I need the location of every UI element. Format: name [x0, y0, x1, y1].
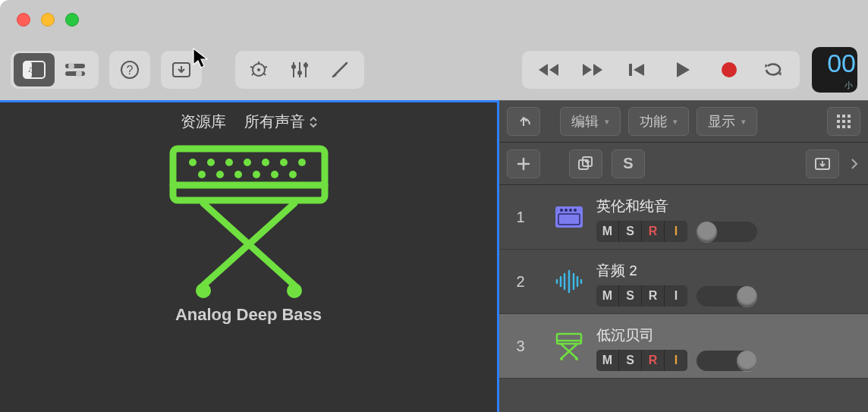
help-button[interactable]: ?	[109, 51, 150, 89]
window-close-button[interactable]	[17, 13, 30, 27]
input-monitor-button[interactable]: I	[665, 285, 687, 307]
svg-point-59	[565, 209, 568, 212]
display-menu-label: 显示	[708, 112, 735, 131]
add-track-button[interactable]	[507, 149, 540, 178]
svg-point-32	[280, 159, 288, 166]
mute-button[interactable]: M	[596, 221, 619, 242]
catch-playhead-button[interactable]	[806, 149, 839, 178]
editor-button[interactable]	[320, 53, 361, 86]
volume-slider[interactable]	[697, 351, 757, 371]
svg-rect-52	[848, 125, 851, 128]
track-number: 1	[499, 209, 542, 226]
chevron-down-icon: ▾	[673, 117, 678, 127]
volume-knob[interactable]	[737, 286, 757, 307]
track-msri-group: M S R I	[596, 350, 687, 371]
cycle-button[interactable]	[751, 53, 795, 86]
record-enable-button[interactable]: R	[642, 285, 665, 307]
track-row[interactable]: 3 低沉贝司 M S R I	[499, 314, 868, 379]
track-row[interactable]: 2 音频 2 M S R I	[499, 250, 868, 314]
svg-text:?: ?	[127, 64, 134, 77]
window-zoom-button[interactable]	[65, 13, 79, 27]
library-title: 资源库	[181, 112, 226, 132]
track-name[interactable]: 英伦和纯音	[596, 197, 868, 216]
inspector-button[interactable]	[55, 53, 96, 86]
solo-button[interactable]: S	[619, 285, 642, 307]
svg-rect-44	[837, 115, 840, 118]
library-button[interactable]: ♫	[14, 53, 55, 86]
global-solo-button[interactable]: S	[612, 149, 645, 178]
edit-menu[interactable]: 编辑▾	[560, 107, 621, 136]
track-icon[interactable]	[542, 329, 596, 363]
duplicate-track-button[interactable]	[569, 149, 602, 178]
function-menu[interactable]: 功能▾	[628, 107, 689, 136]
chevron-down-icon: ▾	[741, 117, 746, 127]
track-icon[interactable]	[542, 265, 596, 298]
go-to-start-button[interactable]	[615, 53, 659, 86]
download-button[interactable]	[161, 51, 202, 89]
track-name[interactable]: 音频 2	[596, 261, 868, 281]
svg-rect-46	[848, 115, 851, 118]
volume-slider[interactable]	[697, 286, 757, 307]
expand-arrow-icon[interactable]	[848, 157, 860, 171]
transport-controls	[522, 51, 800, 89]
lcd-display[interactable]: 00 小	[812, 47, 857, 93]
svg-point-73	[560, 357, 563, 360]
record-button[interactable]	[707, 53, 751, 86]
forward-button[interactable]	[571, 53, 615, 86]
svg-point-42	[196, 283, 211, 298]
record-enable-button[interactable]: R	[642, 350, 665, 371]
svg-rect-50	[837, 125, 840, 128]
window-titlebar	[0, 0, 868, 39]
svg-point-30	[244, 159, 251, 166]
svg-point-34	[198, 171, 206, 178]
svg-point-22	[303, 63, 308, 68]
play-button[interactable]	[659, 53, 707, 86]
svg-rect-23	[629, 64, 632, 76]
track-name[interactable]: 低沉贝司	[596, 326, 868, 345]
window-minimize-button[interactable]	[41, 13, 55, 27]
svg-point-27	[189, 159, 197, 166]
input-monitor-button[interactable]: I	[665, 221, 687, 242]
svg-point-21	[297, 71, 302, 75]
rewind-button[interactable]	[527, 53, 571, 86]
volume-knob[interactable]	[697, 222, 717, 242]
svg-point-74	[575, 357, 578, 360]
tracks-panel: 编辑▾ 功能▾ 显示▾ S 1	[499, 100, 868, 412]
track-row[interactable]: 1 英伦和纯音 M S R I	[499, 185, 868, 250]
track-number: 3	[499, 338, 542, 355]
mixer-button[interactable]	[279, 53, 320, 86]
svg-point-37	[253, 171, 260, 178]
edit-menu-label: 编辑	[571, 112, 599, 131]
svg-point-60	[569, 209, 572, 212]
track-icon[interactable]	[542, 200, 596, 234]
solo-button[interactable]: S	[619, 221, 642, 242]
library-filter-dropdown[interactable]: 所有声音	[244, 112, 317, 132]
svg-point-43	[287, 283, 302, 298]
display-menu[interactable]: 显示▾	[697, 107, 757, 136]
library-filter-label: 所有声音	[244, 112, 305, 132]
volume-slider[interactable]	[697, 222, 757, 242]
patch-icon	[0, 143, 497, 302]
solo-label: S	[623, 155, 633, 172]
svg-point-31	[262, 159, 269, 166]
svg-point-61	[574, 209, 577, 212]
svg-line-14	[264, 67, 267, 68]
mute-button[interactable]: M	[596, 285, 619, 307]
library-panel: 资源库 所有声音	[0, 100, 499, 412]
patch-name: Analog Deep Bass	[0, 305, 497, 325]
solo-button[interactable]: S	[619, 350, 642, 371]
svg-line-16	[263, 73, 266, 75]
function-menu-label: 功能	[640, 112, 667, 131]
smart-controls-button[interactable]	[238, 53, 279, 86]
back-nav-button[interactable]	[507, 107, 540, 136]
svg-rect-69	[557, 334, 581, 344]
svg-point-11	[257, 68, 260, 71]
svg-rect-25	[173, 149, 325, 200]
mute-button[interactable]: M	[596, 350, 619, 371]
lcd-digits: 00	[827, 49, 856, 78]
grid-button[interactable]	[827, 107, 860, 136]
input-monitor-button[interactable]: I	[665, 350, 687, 371]
record-enable-button[interactable]: R	[642, 221, 665, 242]
volume-knob[interactable]	[737, 351, 757, 371]
track-msri-group: M S R I	[596, 285, 687, 307]
